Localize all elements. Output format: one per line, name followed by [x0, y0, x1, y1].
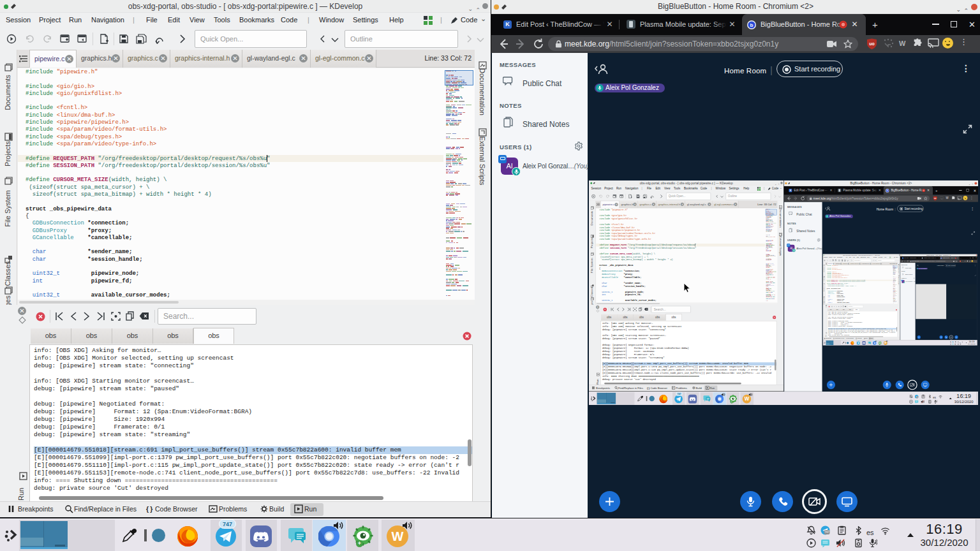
svg-text:uo: uo	[934, 197, 937, 200]
svg-text:b: b	[750, 22, 754, 28]
svg-text:747: 747	[953, 342, 953, 342]
svg-text:747: 747	[824, 531, 829, 534]
svg-text:uo: uo	[869, 41, 875, 46]
svg-text:b: b	[887, 189, 888, 192]
svg-text:747: 747	[916, 397, 918, 398]
